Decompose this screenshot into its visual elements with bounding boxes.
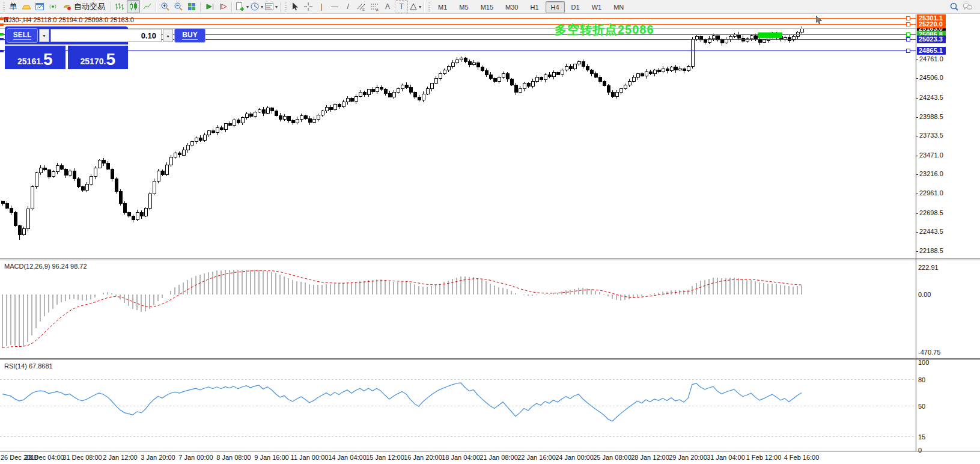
toolbar-drag-handle[interactable]	[285, 2, 287, 11]
chart-window-icon	[35, 2, 44, 11]
equidistant-channel-button[interactable]: E	[355, 1, 367, 13]
time-label: 18 Jan 04:00	[442, 454, 480, 461]
bar-chart-button[interactable]	[114, 1, 126, 13]
search-button[interactable]	[948, 1, 960, 13]
vertical-line-tool-button[interactable]: |	[315, 1, 327, 13]
timeframe-m1-button[interactable]: M1	[433, 1, 452, 13]
price-tick-label: 23216.0	[916, 170, 943, 177]
price-axis[interactable]: 24761.024506.024243.523988.523733.523471…	[916, 14, 980, 464]
toolbar-drag-handle[interactable]	[428, 2, 430, 11]
autotrade-button[interactable]: 自动交易	[60, 1, 108, 13]
chart-shift-button[interactable]	[217, 1, 229, 13]
timeframe-toolbar: M1M5M15M30H1H4D1W1MN	[432, 1, 630, 12]
time-label: 15 Jan 12:00	[366, 454, 404, 461]
buy-price-box[interactable]: 25170.5	[68, 46, 129, 69]
fibonacci-tool-button[interactable]: F	[368, 1, 380, 13]
price-level-label: 25220.0	[917, 20, 946, 28]
rsi-tick-label: 15	[918, 433, 925, 441]
orders-button[interactable]: 单	[7, 1, 19, 13]
timeframe-m5-button[interactable]: M5	[454, 1, 473, 13]
toolbar-right-icons	[948, 1, 974, 13]
time-label: 21 Jan 08:00	[479, 454, 518, 461]
annotation-text[interactable]: 多空转折点25086	[555, 22, 654, 38]
new-order-button[interactable]	[20, 1, 32, 13]
macd-pane[interactable]: MACD(12,26,9) 96.24 98.72	[0, 260, 916, 359]
time-label: 28 Jan 12:00	[631, 454, 669, 461]
toolbar-drag-handle[interactable]	[3, 2, 5, 11]
time-axis[interactable]: 26 Dec 201828 Dec 04:0031 Dec 08:002 Jan…	[0, 451, 980, 464]
time-label: 4 Feb 16:00	[784, 454, 820, 461]
timeframe-m15-button[interactable]: M15	[475, 1, 499, 13]
timeframe-mn-button[interactable]: MN	[608, 1, 629, 13]
price-pane[interactable]: DJ30-,H4 25118.0 25194.0 25098.0 25163.0…	[0, 14, 916, 259]
timeframe-h1-button[interactable]: H1	[525, 1, 544, 13]
shapes-icon	[409, 2, 418, 11]
highlight-rectangle[interactable]	[758, 32, 782, 37]
line-left-marker	[0, 50, 4, 52]
sell-button[interactable]: SELL	[7, 28, 38, 43]
signals-button[interactable]	[47, 1, 59, 13]
text-tool-button[interactable]: A	[382, 1, 394, 13]
tile-windows-button[interactable]	[186, 1, 198, 13]
line-chart-button[interactable]	[141, 1, 153, 13]
line-handle	[906, 17, 910, 20]
cursor-tool-button[interactable]	[289, 1, 301, 13]
lot-increase-button[interactable]: ▲	[163, 29, 173, 42]
lot-decrease-button[interactable]: ▼	[39, 29, 49, 42]
template-button[interactable]: ▾	[264, 1, 278, 13]
rsi-label: RSI(14) 67.8681	[4, 362, 53, 370]
text-tool-icon: A	[385, 2, 390, 11]
price-tick-label: 22188.5	[916, 247, 943, 254]
text-label-tool-button[interactable]: T	[395, 0, 408, 13]
price-tick-label: 23988.5	[916, 113, 943, 120]
fibonacci-icon: F	[370, 2, 379, 11]
timeframe-m30-button[interactable]: M30	[500, 1, 523, 13]
sell-price-box[interactable]: 25161.5	[5, 46, 65, 69]
chart-window-button[interactable]	[34, 1, 46, 13]
crosshair-icon	[303, 2, 313, 11]
time-label: 31 Dec 08:00	[62, 454, 102, 461]
timeframe-w1-button[interactable]: W1	[586, 1, 607, 13]
rsi-pane[interactable]: RSI(14) 67.8681	[0, 360, 916, 451]
mt4-window: 单 自动交易 ▾ ▾ ▾ | — / E F A T ▾	[0, 0, 980, 464]
macd-tick-label: 222.91	[918, 264, 939, 271]
buy-button[interactable]: BUY	[174, 28, 205, 43]
macd-tick-label: 0.00	[918, 291, 931, 298]
chat-button[interactable]	[961, 1, 973, 13]
add-indicator-button[interactable]: ▾	[235, 1, 249, 13]
crosshair-tool-button[interactable]	[302, 1, 314, 13]
horizontal-line-icon: —	[331, 2, 338, 11]
zoom-in-button[interactable]	[159, 1, 171, 13]
candlestick-chart-icon	[129, 2, 138, 11]
timeframe-d1-button[interactable]: D1	[566, 1, 585, 13]
buy-price-frac: 5	[106, 52, 115, 67]
signal-icon	[48, 2, 58, 11]
timeframe-h4-button[interactable]: H4	[546, 1, 565, 13]
line-chart-icon	[142, 2, 152, 11]
auto-scroll-button[interactable]	[204, 1, 216, 13]
chart-area: DJ30-,H4 25118.0 25194.0 25098.0 25163.0…	[0, 14, 980, 464]
time-label: 16 Jan 20:00	[404, 454, 442, 461]
arrows-tool-button[interactable]: ▾	[409, 1, 421, 13]
timeframe-menu-button[interactable]: ▾	[250, 1, 263, 13]
lot-size-input[interactable]	[50, 29, 162, 42]
svg-text:F: F	[376, 8, 379, 12]
vertical-line-icon: |	[320, 2, 322, 11]
zoom-out-button[interactable]	[172, 1, 184, 13]
auto-scroll-icon	[205, 2, 215, 11]
time-label: 2 Jan 12:00	[103, 454, 138, 461]
clock-icon	[250, 2, 260, 11]
price-tick-label: 24761.0	[916, 55, 943, 63]
dropdown-arrow-icon: ▾	[246, 4, 249, 10]
time-label: 25 Jan 08:00	[593, 454, 632, 461]
horizontal-line-tool-button[interactable]: —	[329, 1, 341, 13]
line-handle	[906, 37, 910, 41]
sell-price-int: 25161	[17, 55, 41, 67]
trendline-tool-button[interactable]: /	[342, 1, 354, 13]
candlestick-chart-button[interactable]	[127, 0, 140, 13]
price-level-label: 25023.3	[917, 35, 946, 43]
rsi-tick-label: 80	[918, 376, 925, 383]
autotrade-label: 自动交易	[74, 1, 105, 12]
toolbar-separator	[156, 2, 157, 12]
rsi-tick-label: 100	[918, 359, 929, 366]
